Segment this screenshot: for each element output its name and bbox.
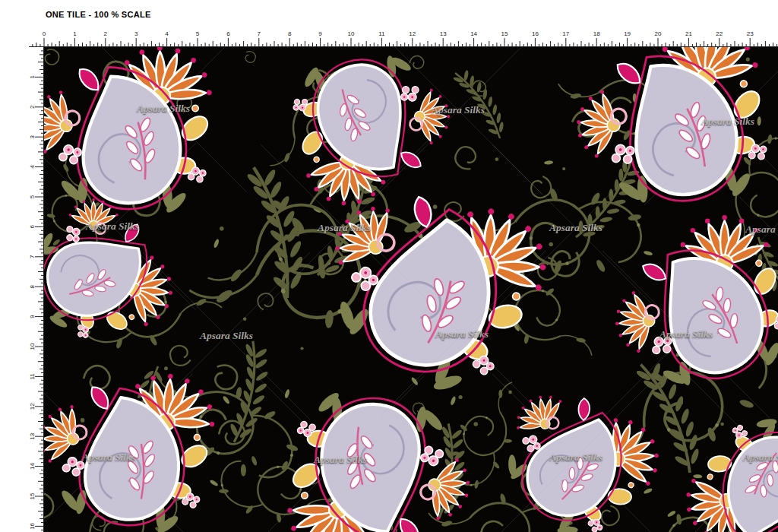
svg-text:5: 5 [29, 195, 36, 198]
svg-text:9: 9 [29, 315, 36, 318]
svg-text:15: 15 [501, 30, 508, 37]
svg-text:8: 8 [29, 284, 36, 288]
watermark-text: Apsara Silks [743, 451, 778, 464]
svg-text:7: 7 [29, 255, 36, 258]
svg-text:15: 15 [29, 492, 36, 499]
svg-text:8: 8 [288, 30, 292, 37]
svg-text:16: 16 [29, 522, 36, 529]
svg-text:3: 3 [134, 30, 138, 37]
watermark-text: Apsara Silks [82, 451, 135, 464]
svg-text:12: 12 [29, 403, 36, 410]
watermark-layer: Apsara SilksApsara SilksApsara SilksApsa… [44, 47, 778, 532]
svg-text:19: 19 [624, 30, 631, 37]
watermark-text: Apsara Silks [314, 454, 367, 466]
svg-text:4: 4 [165, 30, 169, 37]
watermark-text: Apsara Silks [137, 103, 190, 115]
svg-text:11: 11 [29, 373, 36, 380]
svg-text:17: 17 [562, 30, 569, 37]
left-margin [0, 29, 29, 532]
watermark-text: Apsara Silks [318, 222, 371, 234]
svg-text:22: 22 [716, 30, 723, 37]
svg-text:1: 1 [29, 75, 36, 79]
horizontal-ruler: 01234567891011121314151617181920212223 [29, 29, 778, 47]
watermark-text: Apsara Silks [200, 330, 253, 342]
svg-text:11: 11 [378, 30, 385, 37]
svg-text:2: 2 [104, 30, 108, 37]
svg-text:14: 14 [29, 463, 36, 470]
svg-text:23: 23 [747, 30, 754, 37]
svg-text:6: 6 [29, 225, 36, 229]
watermark-text: Apsara Silks [745, 223, 778, 236]
svg-text:4: 4 [29, 165, 36, 169]
svg-text:13: 13 [440, 30, 447, 37]
svg-text:9: 9 [318, 30, 322, 37]
svg-text:12: 12 [409, 30, 416, 37]
svg-text:0: 0 [43, 30, 46, 37]
svg-text:20: 20 [655, 30, 662, 37]
svg-text:3: 3 [29, 135, 36, 138]
svg-text:1: 1 [73, 30, 77, 37]
svg-text:21: 21 [685, 30, 692, 37]
svg-text:5: 5 [196, 30, 200, 37]
watermark-text: Apsara Silks [701, 116, 754, 128]
svg-text:10: 10 [29, 343, 36, 350]
watermark-text: Apsara Silks [549, 222, 602, 234]
watermark-text: Apsara Silks [432, 104, 485, 116]
watermark-text: Apsara Silks [86, 220, 139, 233]
svg-text:10: 10 [348, 30, 355, 37]
fabric-tile-preview: Apsara SilksApsara SilksApsara SilksApsa… [44, 47, 778, 532]
textile-proof-page: ONE TILE - 100 % SCALE 01234567891011121… [0, 0, 778, 532]
svg-text:2: 2 [29, 105, 36, 109]
watermark-text: Apsara Silks [549, 451, 602, 464]
watermark-text: Apsara Silks [435, 328, 489, 340]
vertical-ruler: 12345678910111213141516 [29, 47, 44, 532]
svg-text:6: 6 [226, 30, 230, 37]
svg-text:16: 16 [532, 30, 539, 37]
watermark-text: Apsara Silks [659, 328, 713, 340]
svg-text:13: 13 [29, 432, 36, 439]
svg-text:18: 18 [593, 30, 600, 37]
page-title: ONE TILE - 100 % SCALE [46, 10, 151, 19]
svg-text:14: 14 [470, 30, 477, 37]
title-bar: ONE TILE - 100 % SCALE [0, 0, 778, 29]
svg-text:7: 7 [258, 30, 261, 37]
